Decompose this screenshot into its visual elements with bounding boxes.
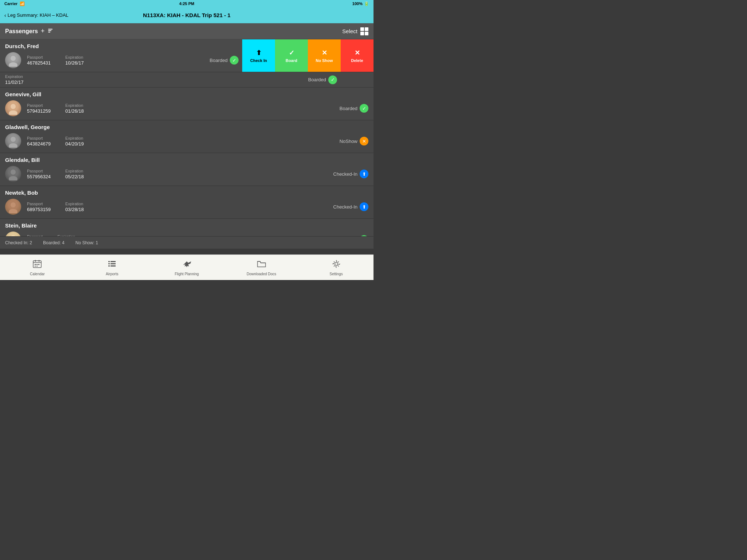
svg-rect-26 (108, 263, 110, 264)
svg-point-3 (11, 56, 16, 61)
select-label: Select (342, 28, 357, 34)
svg-rect-22 (35, 266, 36, 267)
tab-flight-planning-label: Flight Planning (175, 272, 199, 276)
passport-block: Passport 643824679 (27, 136, 51, 147)
carrier-label: Carrier (4, 1, 18, 6)
svg-rect-29 (111, 265, 116, 267)
avatar (5, 232, 21, 236)
battery-icon: 🔋 (364, 1, 369, 6)
table-row[interactable]: Glendale, Bill Passport 557956324 Expira… (0, 153, 374, 186)
table-row[interactable]: Newtek, Bob Passport 689753159 Expiratio… (0, 186, 374, 219)
noshow-button[interactable]: ✕ No Show (308, 39, 341, 72)
status-label: Boarded (210, 58, 228, 63)
tab-airports[interactable]: Airports (75, 255, 150, 280)
passport-value: 643824679 (27, 141, 51, 147)
svg-rect-23 (36, 266, 38, 267)
svg-rect-0 (48, 29, 53, 30)
passport-block: Passport 579431259 (27, 103, 51, 114)
expiration-value: 03/28/18 (65, 207, 84, 212)
tab-flight-planning[interactable]: Flight Planning (150, 255, 224, 280)
status-label: NoShow (340, 139, 357, 144)
status-badge: ✓ (360, 235, 368, 236)
table-row[interactable]: Genevive, Gill Passport 579431259 Expira… (0, 88, 374, 120)
expiration-label: Expiration (65, 55, 84, 59)
checkin-icon: ⬆ (256, 49, 262, 57)
delete-button[interactable]: ✕ Delete (341, 39, 374, 72)
avatar (5, 166, 21, 182)
passenger-name: Newtek, Bob (5, 190, 368, 196)
noshow-label: No Show (316, 58, 333, 63)
add-passenger-button[interactable]: + (41, 27, 45, 35)
passengers-list: Dursch, Fred Passport 467825431 Expirati… (0, 39, 374, 236)
passport-value: 467825431 (27, 60, 51, 66)
passport-block: Passport 557956324 (27, 169, 51, 179)
passenger-name: Glendale, Bill (5, 157, 368, 163)
wifi-icon: 📶 (20, 1, 25, 6)
passport-block: Passport 467825431 (27, 55, 51, 66)
avatar (5, 52, 21, 68)
tab-calendar[interactable]: Calendar (0, 255, 75, 280)
sub-status-label: Boarded (308, 77, 326, 82)
folder-icon (256, 259, 267, 271)
sort-button[interactable] (47, 28, 53, 35)
passengers-bar: Passengers + Select (0, 23, 374, 39)
status-bar: Carrier 📶 4:25 PM 100% 🔋 (0, 0, 374, 7)
tab-settings[interactable]: Settings (299, 255, 374, 280)
tab-calendar-label: Calendar (30, 272, 45, 276)
expiration-block: Expiration 04/20/19 (65, 136, 84, 147)
svg-point-30 (335, 262, 338, 265)
passenger-name: Genevive, Gill (5, 91, 368, 97)
status-badge: ⬆ (360, 202, 368, 211)
passport-label: Passport (27, 234, 43, 237)
svg-point-4 (9, 62, 18, 67)
board-button[interactable]: ✓ Board (275, 39, 308, 72)
tab-downloaded-docs-label: Downloaded Docs (247, 272, 276, 276)
svg-point-12 (9, 209, 18, 213)
boarded-stat: Boarded: 4 (43, 240, 65, 245)
passport-block: Passport None (27, 234, 43, 237)
checkin-label: Check In (250, 58, 267, 63)
sub-expiration-value: 11/02/17 (5, 79, 24, 85)
svg-point-8 (9, 143, 18, 148)
passenger-name: Gladwell, George (5, 124, 368, 130)
expiration-label: Expiration (65, 103, 84, 108)
select-button[interactable]: Select (342, 27, 368, 35)
checked-in-stat: Checked In: 2 (5, 240, 32, 245)
svg-rect-20 (36, 264, 38, 265)
tab-settings-label: Settings (330, 272, 343, 276)
passport-value: 579431259 (27, 108, 51, 114)
passport-block: Passport 689753159 (27, 202, 51, 212)
svg-point-13 (11, 235, 16, 236)
svg-point-7 (11, 137, 16, 142)
sub-expiration-block: Expiration 11/02/17 (5, 74, 24, 85)
tab-downloaded-docs[interactable]: Downloaded Docs (224, 255, 299, 280)
back-button[interactable]: ‹ Leg Summary: KIAH – KDAL (4, 12, 69, 18)
gear-icon (332, 259, 341, 271)
tab-airports-label: Airports (106, 272, 118, 276)
passenger-subrow[interactable]: Expiration 11/02/17 Boarded ✓ (0, 72, 374, 88)
expiration-label: Expiration (65, 202, 84, 206)
table-row[interactable]: Gladwell, George Passport 643824679 Expi… (0, 120, 374, 153)
passport-label: Passport (27, 136, 51, 140)
checkin-button[interactable]: ⬆ Check In (242, 39, 275, 72)
passenger-name: Stein, Blaire (5, 222, 368, 229)
expiration-value: 05/22/18 (65, 174, 84, 179)
noshow-icon: ✕ (322, 49, 327, 57)
expiration-block: Expiration 03/28/18 (65, 202, 84, 212)
expiration-value: 04/20/19 (65, 141, 84, 147)
expiration-block: Expiration 05/22/18 (65, 169, 84, 179)
calendar-icon (32, 259, 42, 271)
svg-rect-19 (35, 264, 36, 265)
board-label: Board (286, 58, 297, 63)
status-badge: ✓ (230, 56, 239, 65)
expiration-value: 01/26/18 (65, 108, 84, 114)
avatar (5, 133, 21, 149)
table-row[interactable]: Stein, Blaire Passport None Expiration 1… (0, 219, 374, 236)
plane-icon (182, 259, 192, 271)
svg-rect-28 (108, 265, 110, 267)
status-badge: ⬆ (360, 170, 368, 178)
tab-bar: Calendar Airports Flight Planning (0, 254, 374, 280)
passport-label: Passport (27, 202, 51, 206)
table-row[interactable]: Dursch, Fred Passport 467825431 Expirati… (0, 39, 374, 72)
passport-value: 557956324 (27, 174, 51, 179)
